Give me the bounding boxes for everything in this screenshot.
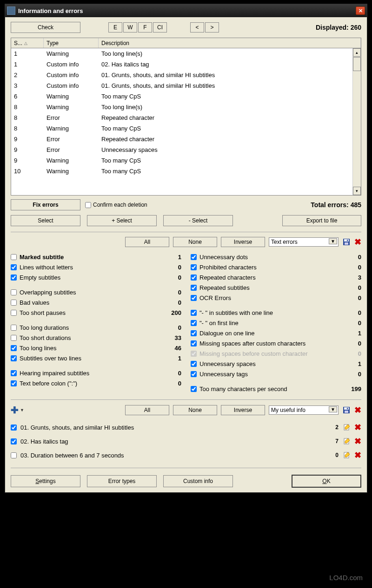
check-checkbox[interactable] <box>191 361 197 367</box>
dropdown-arrow-icon: ▼ <box>20 408 24 412</box>
edit-icon[interactable] <box>343 424 351 431</box>
check-checkbox[interactable] <box>11 370 17 376</box>
check-checkbox[interactable] <box>191 254 197 260</box>
error-types-button[interactable]: Error types <box>87 475 157 487</box>
check-checkbox[interactable] <box>191 295 197 301</box>
watermark: LO4D.com <box>329 574 363 581</box>
none-button-2[interactable]: None <box>173 405 217 415</box>
check-item: Too long durations0 <box>11 322 181 333</box>
table-row[interactable]: 1WarningToo long line(s) <box>11 48 361 59</box>
check-checkbox[interactable] <box>11 355 17 361</box>
preset-combo-1[interactable]: Text errors <box>269 237 339 247</box>
table-row[interactable]: 6WarningToo many CpS <box>11 91 361 102</box>
all-button-1[interactable]: All <box>125 237 169 247</box>
delete-custom-icon[interactable]: ✖ <box>354 422 361 432</box>
check-checkbox[interactable] <box>11 310 17 316</box>
check-checkbox[interactable] <box>191 310 197 316</box>
preset-combo-2[interactable]: My useful info <box>269 405 339 415</box>
plus-select-button[interactable]: + Select <box>87 215 157 226</box>
check-label: "- " on first line <box>199 320 347 327</box>
delete-icon-2[interactable]: ✖ <box>354 405 361 415</box>
check-checkbox[interactable] <box>11 289 17 295</box>
save-icon[interactable] <box>342 238 351 246</box>
check-count: 1 <box>167 254 181 261</box>
check-label: Hearing impaired subtitles <box>20 370 167 377</box>
custom-checkbox[interactable] <box>11 425 17 431</box>
check-checkbox[interactable] <box>191 285 197 291</box>
check-count: 0 <box>347 371 361 378</box>
all-button-2[interactable]: All <box>125 405 169 415</box>
check-label: Too long lines <box>20 345 167 352</box>
column-header-type[interactable]: Type <box>44 38 99 48</box>
filter-f-button[interactable]: F <box>138 22 152 33</box>
check-count: 0 <box>167 274 181 281</box>
next-button[interactable]: > <box>205 22 219 33</box>
check-checkbox[interactable] <box>191 264 197 270</box>
table-row[interactable]: 9ErrorUnnecessary spaces <box>11 144 361 155</box>
check-item: Missing spaces before custom character0 <box>191 348 361 359</box>
check-checkbox[interactable] <box>191 371 197 377</box>
confirm-each-checkbox[interactable] <box>85 202 91 208</box>
check-checkbox[interactable] <box>11 254 17 260</box>
table-row[interactable]: 1Custom info02. Has italics tag <box>11 59 361 70</box>
filter-w-button[interactable]: W <box>123 22 137 33</box>
settings-button[interactable]: Settings <box>11 475 80 487</box>
check-checkbox[interactable] <box>11 264 17 270</box>
check-checkbox[interactable] <box>191 351 197 357</box>
table-row[interactable]: 8WarningToo many CpS <box>11 123 361 134</box>
check-count: 46 <box>167 345 181 352</box>
none-button-1[interactable]: None <box>173 237 217 247</box>
check-checkbox[interactable] <box>191 330 197 336</box>
custom-checkbox[interactable] <box>11 452 17 458</box>
check-item: Overlapping subtitles0 <box>11 287 181 297</box>
column-header-description[interactable]: Description <box>99 38 361 48</box>
edit-icon[interactable] <box>343 438 351 445</box>
add-icon[interactable]: ✚▼ <box>11 405 24 416</box>
check-checkbox[interactable] <box>11 335 17 341</box>
delete-custom-icon[interactable]: ✖ <box>354 436 361 446</box>
check-item: Subtitles over two lines1 <box>11 353 181 363</box>
check-checkbox[interactable] <box>11 380 17 386</box>
custom-checkbox[interactable] <box>11 438 17 444</box>
check-checkbox[interactable] <box>11 300 17 306</box>
check-checkbox[interactable] <box>11 345 17 351</box>
table-row[interactable]: 3Custom info01. Grunts, shouts, and simi… <box>11 80 361 91</box>
delete-custom-icon[interactable]: ✖ <box>354 450 361 460</box>
delete-icon[interactable]: ✖ <box>354 237 361 247</box>
table-row[interactable]: 9ErrorRepeated character <box>11 134 361 144</box>
filter-ci-button[interactable]: CI <box>153 22 167 33</box>
scroll-thumb[interactable] <box>353 57 361 71</box>
fix-errors-button[interactable]: Fix errors <box>11 199 80 210</box>
check-checkbox[interactable] <box>191 274 197 281</box>
table-row[interactable]: 2Custom info01. Grunts, shouts, and simi… <box>11 70 361 80</box>
scroll-down-icon[interactable]: ▾ <box>353 187 361 195</box>
filter-e-button[interactable]: E <box>108 22 122 33</box>
vertical-scrollbar[interactable]: ▴ ▾ <box>352 48 361 195</box>
window-title: Information and errors <box>18 7 356 14</box>
check-checkbox[interactable] <box>11 325 17 331</box>
scroll-up-icon[interactable]: ▴ <box>353 48 361 57</box>
ok-button[interactable]: OK <box>292 475 361 488</box>
export-button[interactable]: Export to file <box>282 215 361 226</box>
column-header-s[interactable]: S...△ <box>11 38 44 48</box>
check-checkbox[interactable] <box>191 320 197 326</box>
custom-info-button[interactable]: Custom info <box>163 475 233 487</box>
check-checkbox[interactable] <box>11 274 17 281</box>
check-count: 0 <box>347 309 361 316</box>
check-checkbox[interactable] <box>191 386 197 392</box>
table-row[interactable]: 8WarningToo long line(s) <box>11 102 361 112</box>
check-checkbox[interactable] <box>191 340 197 346</box>
table-row[interactable]: 10WarningToo many CpS <box>11 166 361 176</box>
inverse-button-2[interactable]: Inverse <box>221 405 265 415</box>
inverse-button-1[interactable]: Inverse <box>221 237 265 247</box>
save-icon-2[interactable] <box>342 406 351 414</box>
table-row[interactable]: 8ErrorRepeated character <box>11 112 361 123</box>
minus-select-button[interactable]: - Select <box>163 215 233 226</box>
edit-icon[interactable] <box>343 451 351 459</box>
check-label: "- " in subtitles with one line <box>199 309 347 316</box>
table-row[interactable]: 9WarningToo many CpS <box>11 155 361 166</box>
select-button[interactable]: Select <box>11 215 80 226</box>
check-button[interactable]: Check <box>11 22 80 33</box>
prev-button[interactable]: < <box>190 22 204 33</box>
close-button[interactable]: ✕ <box>356 7 365 15</box>
